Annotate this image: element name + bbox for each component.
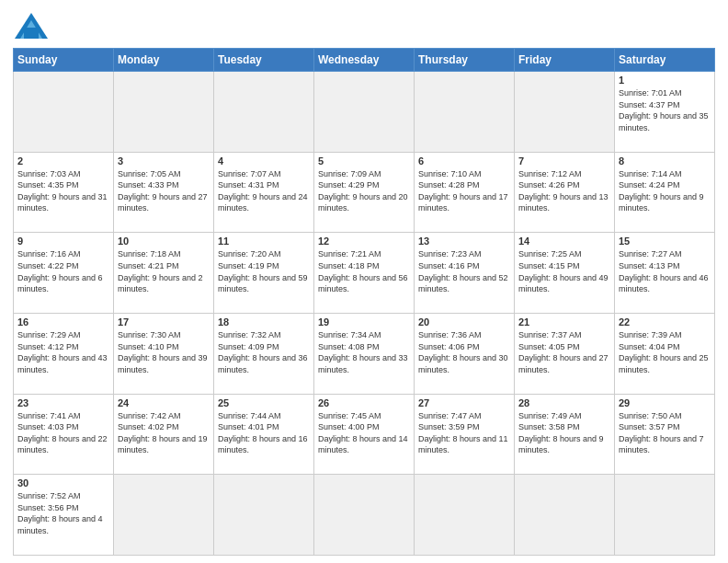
day-number: 20 — [418, 316, 510, 327]
day-info: Sunrise: 7:16 AMSunset: 4:22 PMDaylight:… — [17, 248, 109, 294]
day-info: Sunrise: 7:39 AMSunset: 4:04 PMDaylight:… — [619, 329, 711, 375]
day-cell: 30Sunrise: 7:52 AMSunset: 3:56 PMDayligh… — [14, 475, 114, 556]
day-cell — [114, 72, 214, 153]
day-cell — [415, 475, 515, 556]
day-cell: 23Sunrise: 7:41 AMSunset: 4:03 PMDayligh… — [14, 394, 114, 475]
day-info: Sunrise: 7:05 AMSunset: 4:33 PMDaylight:… — [118, 168, 210, 214]
day-info: Sunrise: 7:32 AMSunset: 4:09 PMDaylight:… — [218, 329, 310, 375]
day-number: 17 — [118, 316, 210, 327]
day-cell: 5Sunrise: 7:09 AMSunset: 4:29 PMDaylight… — [314, 152, 415, 233]
header — [13, 9, 715, 42]
day-info: Sunrise: 7:23 AMSunset: 4:16 PMDaylight:… — [418, 248, 510, 294]
day-info: Sunrise: 7:45 AMSunset: 4:00 PMDaylight:… — [318, 410, 410, 456]
day-number: 27 — [418, 397, 510, 408]
day-number: 1 — [619, 75, 711, 86]
day-cell: 18Sunrise: 7:32 AMSunset: 4:09 PMDayligh… — [214, 313, 314, 394]
day-cell: 12Sunrise: 7:21 AMSunset: 4:18 PMDayligh… — [314, 233, 415, 314]
day-info: Sunrise: 7:09 AMSunset: 4:29 PMDaylight:… — [318, 168, 410, 214]
day-info: Sunrise: 7:20 AMSunset: 4:19 PMDaylight:… — [218, 248, 310, 294]
day-cell: 11Sunrise: 7:20 AMSunset: 4:19 PMDayligh… — [214, 233, 314, 314]
day-number: 21 — [518, 316, 610, 327]
week-row-0: 1Sunrise: 7:01 AMSunset: 4:37 PMDaylight… — [14, 72, 715, 153]
day-cell: 4Sunrise: 7:07 AMSunset: 4:31 PMDaylight… — [214, 152, 314, 233]
day-number: 9 — [17, 236, 109, 247]
week-row-5: 30Sunrise: 7:52 AMSunset: 3:56 PMDayligh… — [14, 475, 715, 556]
day-number: 29 — [619, 397, 711, 408]
day-info: Sunrise: 7:01 AMSunset: 4:37 PMDaylight:… — [619, 87, 711, 133]
day-cell: 22Sunrise: 7:39 AMSunset: 4:04 PMDayligh… — [615, 313, 715, 394]
day-number: 12 — [318, 236, 410, 247]
week-row-3: 16Sunrise: 7:29 AMSunset: 4:12 PMDayligh… — [14, 313, 715, 394]
day-cell — [615, 475, 715, 556]
day-info: Sunrise: 7:07 AMSunset: 4:31 PMDaylight:… — [218, 168, 310, 214]
day-number: 24 — [118, 397, 210, 408]
weekday-header-friday: Friday — [515, 49, 615, 72]
day-info: Sunrise: 7:03 AMSunset: 4:35 PMDaylight:… — [17, 168, 109, 214]
day-info: Sunrise: 7:21 AMSunset: 4:18 PMDaylight:… — [318, 248, 410, 294]
day-cell: 6Sunrise: 7:10 AMSunset: 4:28 PMDaylight… — [415, 152, 515, 233]
day-cell: 28Sunrise: 7:49 AMSunset: 3:58 PMDayligh… — [515, 394, 615, 475]
calendar: SundayMondayTuesdayWednesdayThursdayFrid… — [13, 48, 715, 556]
day-info: Sunrise: 7:36 AMSunset: 4:06 PMDaylight:… — [418, 329, 510, 375]
day-info: Sunrise: 7:49 AMSunset: 3:58 PMDaylight:… — [518, 410, 610, 456]
day-cell: 9Sunrise: 7:16 AMSunset: 4:22 PMDaylight… — [14, 233, 114, 314]
day-info: Sunrise: 7:29 AMSunset: 4:12 PMDaylight:… — [17, 329, 109, 375]
day-info: Sunrise: 7:34 AMSunset: 4:08 PMDaylight:… — [318, 329, 410, 375]
day-number: 4 — [218, 155, 310, 167]
day-cell — [415, 72, 515, 153]
day-cell — [515, 72, 615, 153]
day-cell — [314, 475, 415, 556]
day-info: Sunrise: 7:41 AMSunset: 4:03 PMDaylight:… — [17, 410, 109, 456]
day-cell: 1Sunrise: 7:01 AMSunset: 4:37 PMDaylight… — [615, 72, 715, 153]
day-info: Sunrise: 7:18 AMSunset: 4:21 PMDaylight:… — [118, 248, 210, 294]
day-number: 25 — [218, 397, 310, 408]
day-number: 23 — [17, 397, 109, 408]
logo-area — [13, 9, 48, 42]
weekday-header-wednesday: Wednesday — [314, 49, 415, 72]
day-info: Sunrise: 7:37 AMSunset: 4:05 PMDaylight:… — [518, 329, 610, 375]
day-number: 28 — [518, 397, 610, 408]
day-cell: 25Sunrise: 7:44 AMSunset: 4:01 PMDayligh… — [214, 394, 314, 475]
day-number: 19 — [318, 316, 410, 327]
day-number: 11 — [218, 236, 310, 247]
week-row-4: 23Sunrise: 7:41 AMSunset: 4:03 PMDayligh… — [14, 394, 715, 475]
week-row-2: 9Sunrise: 7:16 AMSunset: 4:22 PMDaylight… — [14, 233, 715, 314]
day-info: Sunrise: 7:27 AMSunset: 4:13 PMDaylight:… — [619, 248, 711, 294]
day-cell: 10Sunrise: 7:18 AMSunset: 4:21 PMDayligh… — [114, 233, 214, 314]
day-cell: 27Sunrise: 7:47 AMSunset: 3:59 PMDayligh… — [415, 394, 515, 475]
day-info: Sunrise: 7:52 AMSunset: 3:56 PMDaylight:… — [17, 490, 109, 536]
day-number: 18 — [218, 316, 310, 327]
day-cell — [214, 475, 314, 556]
weekday-header-thursday: Thursday — [415, 49, 515, 72]
day-cell: 7Sunrise: 7:12 AMSunset: 4:26 PMDaylight… — [515, 152, 615, 233]
day-cell: 29Sunrise: 7:50 AMSunset: 3:57 PMDayligh… — [615, 394, 715, 475]
day-info: Sunrise: 7:47 AMSunset: 3:59 PMDaylight:… — [418, 410, 510, 456]
day-cell: 15Sunrise: 7:27 AMSunset: 4:13 PMDayligh… — [615, 233, 715, 314]
day-info: Sunrise: 7:12 AMSunset: 4:26 PMDaylight:… — [518, 168, 610, 214]
day-number: 7 — [518, 155, 610, 167]
weekday-header-saturday: Saturday — [615, 49, 715, 72]
day-number: 26 — [318, 397, 410, 408]
day-info: Sunrise: 7:25 AMSunset: 4:15 PMDaylight:… — [518, 248, 610, 294]
day-number: 14 — [518, 236, 610, 247]
day-cell: 14Sunrise: 7:25 AMSunset: 4:15 PMDayligh… — [515, 233, 615, 314]
day-cell: 19Sunrise: 7:34 AMSunset: 4:08 PMDayligh… — [314, 313, 415, 394]
logo — [13, 13, 48, 42]
day-info: Sunrise: 7:10 AMSunset: 4:28 PMDaylight:… — [418, 168, 510, 214]
day-cell: 26Sunrise: 7:45 AMSunset: 4:00 PMDayligh… — [314, 394, 415, 475]
day-number: 8 — [619, 155, 711, 167]
day-info: Sunrise: 7:42 AMSunset: 4:02 PMDaylight:… — [118, 410, 210, 456]
day-number: 10 — [118, 236, 210, 247]
weekday-header-tuesday: Tuesday — [214, 49, 314, 72]
day-cell: 3Sunrise: 7:05 AMSunset: 4:33 PMDaylight… — [114, 152, 214, 233]
day-cell — [214, 72, 314, 153]
day-cell: 16Sunrise: 7:29 AMSunset: 4:12 PMDayligh… — [14, 313, 114, 394]
day-number: 5 — [318, 155, 410, 167]
day-cell — [14, 72, 114, 153]
weekday-header-row: SundayMondayTuesdayWednesdayThursdayFrid… — [14, 49, 715, 72]
day-info: Sunrise: 7:14 AMSunset: 4:24 PMDaylight:… — [619, 168, 711, 214]
day-cell: 20Sunrise: 7:36 AMSunset: 4:06 PMDayligh… — [415, 313, 515, 394]
day-cell: 8Sunrise: 7:14 AMSunset: 4:24 PMDaylight… — [615, 152, 715, 233]
day-cell: 2Sunrise: 7:03 AMSunset: 4:35 PMDaylight… — [14, 152, 114, 233]
day-info: Sunrise: 7:30 AMSunset: 4:10 PMDaylight:… — [118, 329, 210, 375]
